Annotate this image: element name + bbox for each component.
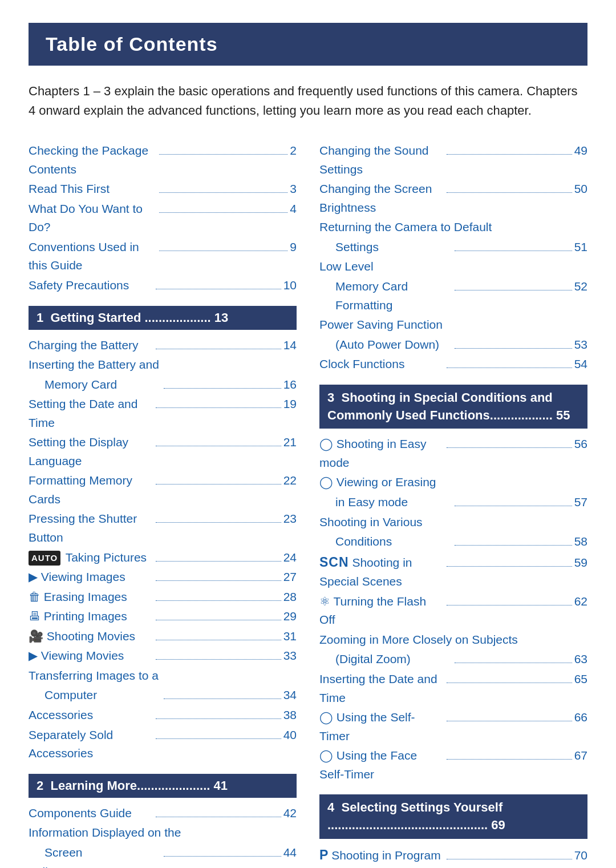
toc-shooting-movies: 🎥 Shooting Movies 31 — [29, 627, 297, 647]
toc-clock-functions: Clock Functions 54 — [319, 354, 587, 374]
section3-header: 3 Shooting in Special Conditions and Com… — [319, 385, 587, 429]
auto-badge-icon: AUTO — [29, 551, 60, 565]
toc-auto-power-down: (Auto Power Down) 53 — [319, 335, 587, 355]
toc-low-level-label: Low Level — [319, 257, 587, 277]
toc-easy-mode: ◯ Shooting in Easy mode 56 — [319, 434, 587, 473]
toc-zooming-label: Zooming in More Closely on Subjects — [319, 630, 587, 650]
toc-sound-settings: Changing the Sound Settings 49 — [319, 141, 587, 179]
toc-program-ae: P Shooting in Program AE 70 — [319, 845, 587, 868]
toc-face-timer: ◯ Using the Face Self-Timer 67 — [319, 746, 587, 784]
scn-icon: SCN — [319, 555, 349, 570]
toc-viewing-easy-label: ◯ Viewing or Erasing — [319, 473, 587, 492]
toc-want-to-do: What Do You Want to Do? 4 — [29, 199, 297, 237]
section2-items: Components Guide 42 Information Displaye… — [29, 804, 297, 868]
misc-items: Changing the Sound Settings 49 Changing … — [319, 141, 587, 374]
toc-sold-accessories: Separately Sold Accessories 40 — [29, 725, 297, 764]
p-icon: P — [319, 847, 328, 862]
toc-accessories: Accessories 38 — [29, 705, 297, 725]
toc-indicator: Indicator 46 — [29, 862, 297, 868]
toc-conditions: Conditions 58 — [319, 532, 587, 552]
left-column: Checking the Package Contents 2 Read Thi… — [29, 141, 297, 868]
toc-in-easy-mode: in Easy mode 57 — [319, 492, 587, 512]
toc-components: Components Guide 42 — [29, 804, 297, 823]
toc-info-displayed-label: Information Displayed on the — [29, 823, 297, 843]
toc-returning-label: Returning the Camera to Default — [319, 217, 587, 237]
toc-special-scenes: SCN Shooting in Special Scenes 59 — [319, 552, 587, 592]
toc-viewing-images: ▶ Viewing Images 27 — [29, 567, 297, 587]
toc-read-first: Read This First 3 — [29, 179, 297, 199]
toc-self-timer: ◯ Using the Self-Timer 66 — [319, 708, 587, 746]
section1-items: Charging the Battery 14 Inserting the Ba… — [29, 336, 297, 764]
section1-header: 1 Getting Started ................... 13 — [29, 306, 297, 330]
intro-text: Chapters 1 – 3 explain the basic operati… — [29, 82, 587, 120]
toc-viewing-movies: ▶ Viewing Movies 33 — [29, 646, 297, 666]
toc-shutter: Pressing the Shutter Button 23 — [29, 509, 297, 547]
toc-taking-pictures: AUTO Taking Pictures 24 — [29, 548, 297, 568]
toc-conventions: Conventions Used in this Guide 9 — [29, 237, 297, 276]
toc-safety: Safety Precautions 10 — [29, 276, 297, 296]
toc-transferring-label: Transferring Images to a — [29, 666, 297, 686]
toc-power-saving-label: Power Saving Function — [319, 315, 587, 335]
toc-date-time: Setting the Date and Time 19 — [29, 394, 297, 433]
toc-various-conditions-label: Shooting in Various — [319, 512, 587, 532]
toc-checking: Checking the Package Contents 2 — [29, 141, 297, 179]
section4-header: 4 Selecting Settings Yourself ..........… — [319, 794, 587, 839]
section2-header: 2 Learning More..................... 41 — [29, 774, 297, 798]
toc-low-level-format: Memory Card Formatting 52 — [319, 277, 587, 315]
toc-inserting-battery: Inserting the Battery and — [29, 355, 297, 375]
toc-formatting: Formatting Memory Cards 22 — [29, 471, 297, 509]
page-title: Table of Contents — [29, 23, 587, 66]
section4-items: P Shooting in Program AE 70 ⚡ Turning th… — [319, 845, 587, 868]
prelim-items: Checking the Package Contents 2 Read Thi… — [29, 141, 297, 295]
section3-items: ◯ Shooting in Easy mode 56 ◯ Viewing or … — [319, 434, 587, 784]
toc-language: Setting the Display Language 21 — [29, 433, 297, 471]
right-column: Changing the Sound Settings 49 Changing … — [319, 141, 587, 868]
toc-memory-card: Memory Card 16 — [29, 375, 297, 395]
toc-default-settings: Settings 51 — [319, 237, 587, 257]
toc-screen-brightness: Changing the Screen Brightness 50 — [319, 179, 587, 217]
toc-erasing-images: 🗑 Erasing Images 28 — [29, 587, 297, 607]
toc-computer: Computer 34 — [29, 685, 297, 705]
toc-charging: Charging the Battery 14 — [29, 336, 297, 356]
toc-screen: Screen 44 — [29, 843, 297, 863]
toc-flash-off: ⚛ Turning the Flash Off 62 — [319, 592, 587, 630]
toc-printing: 🖶 Printing Images 29 — [29, 607, 297, 627]
toc-digital-zoom: (Digital Zoom) 63 — [319, 649, 587, 669]
toc-inserting-date: Inserting the Date and Time 65 — [319, 669, 587, 708]
